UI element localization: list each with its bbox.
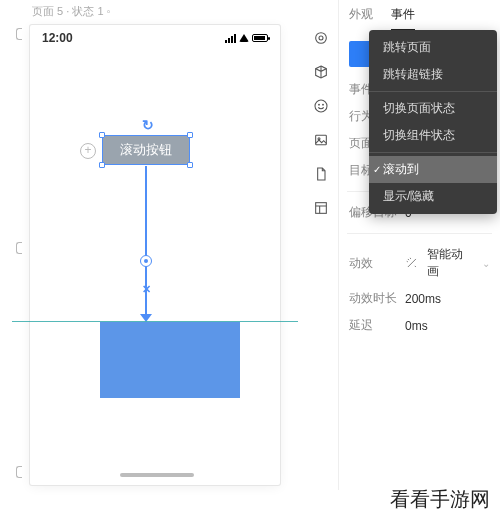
wifi-icon: [239, 34, 249, 42]
battery-icon: [252, 34, 268, 42]
home-indicator: [120, 473, 194, 477]
phone-frame: 12:00 ↻ + 滚动按钮: [30, 25, 280, 485]
menu-divider: [369, 152, 497, 153]
menu-divider: [369, 91, 497, 92]
scroll-button-element[interactable]: 滚动按钮: [102, 135, 190, 165]
layout-icon[interactable]: [311, 198, 331, 218]
menu-item[interactable]: 跳转页面: [369, 34, 497, 61]
svg-rect-7: [316, 203, 327, 214]
chevron-down-icon[interactable]: ⌄: [482, 258, 490, 269]
label-duration: 动效时长: [349, 290, 397, 307]
value-delay[interactable]: 0ms: [405, 319, 428, 333]
selection-handle[interactable]: [99, 132, 105, 138]
cube-icon[interactable]: [311, 62, 331, 82]
label-effect: 动效: [349, 255, 397, 272]
vertical-toolbar: [304, 0, 338, 490]
add-interaction-icon[interactable]: +: [80, 143, 96, 159]
status-time: 12:00: [42, 31, 73, 45]
interaction-delete-icon[interactable]: ✕: [142, 283, 151, 296]
selection-handle[interactable]: [187, 132, 193, 138]
svg-rect-5: [316, 135, 327, 144]
interaction-link-node[interactable]: [140, 255, 152, 267]
scroll-button-label: 滚动按钮: [120, 141, 172, 159]
menu-item[interactable]: 滚动到: [369, 156, 497, 183]
target-icon[interactable]: [311, 28, 331, 48]
menu-item[interactable]: 切换组件状态: [369, 122, 497, 149]
phone-status-bar: 12:00: [30, 25, 280, 49]
menu-item[interactable]: 显示/隐藏: [369, 183, 497, 210]
inspector-panel: 外观 事件 添加事件 事件 单击 ⌄ 行为 页面 目标元素 矩形 2 ⌄: [338, 0, 500, 490]
svg-point-1: [319, 36, 323, 40]
magic-icon: [405, 256, 419, 270]
page-icon[interactable]: [311, 164, 331, 184]
tab-appearance[interactable]: 外观: [349, 6, 373, 31]
gutter-mark: [16, 466, 22, 478]
value-effect[interactable]: 智能动画: [427, 246, 474, 280]
menu-item[interactable]: 切换页面状态: [369, 95, 497, 122]
refresh-icon: ↻: [142, 117, 154, 133]
svg-point-4: [323, 104, 324, 105]
divider: [347, 233, 492, 234]
behavior-dropdown-menu: 跳转页面跳转超链接切换页面状态切换组件状态滚动到显示/隐藏: [369, 30, 497, 214]
svg-point-2: [315, 100, 327, 112]
watermark-text: 看看手游网: [390, 486, 490, 513]
target-rectangle-element[interactable]: [100, 322, 240, 398]
svg-point-3: [319, 104, 320, 105]
design-canvas[interactable]: 12:00 ↻ + 滚动按钮: [28, 25, 300, 490]
signal-icon: [225, 34, 236, 43]
svg-point-0: [316, 33, 327, 44]
breadcrumb[interactable]: 页面 5 · 状态 1 ◦: [28, 0, 300, 25]
gutter-mark: [16, 28, 22, 40]
label-delay: 延迟: [349, 317, 397, 334]
smile-icon[interactable]: [311, 96, 331, 116]
selection-handle[interactable]: [187, 162, 193, 168]
gutter-mark: [16, 242, 22, 254]
selection-handle[interactable]: [99, 162, 105, 168]
canvas-gutter: [0, 0, 28, 490]
menu-item[interactable]: 跳转超链接: [369, 61, 497, 88]
tab-events[interactable]: 事件: [391, 6, 415, 31]
value-duration[interactable]: 200ms: [405, 292, 441, 306]
image-icon[interactable]: [311, 130, 331, 150]
